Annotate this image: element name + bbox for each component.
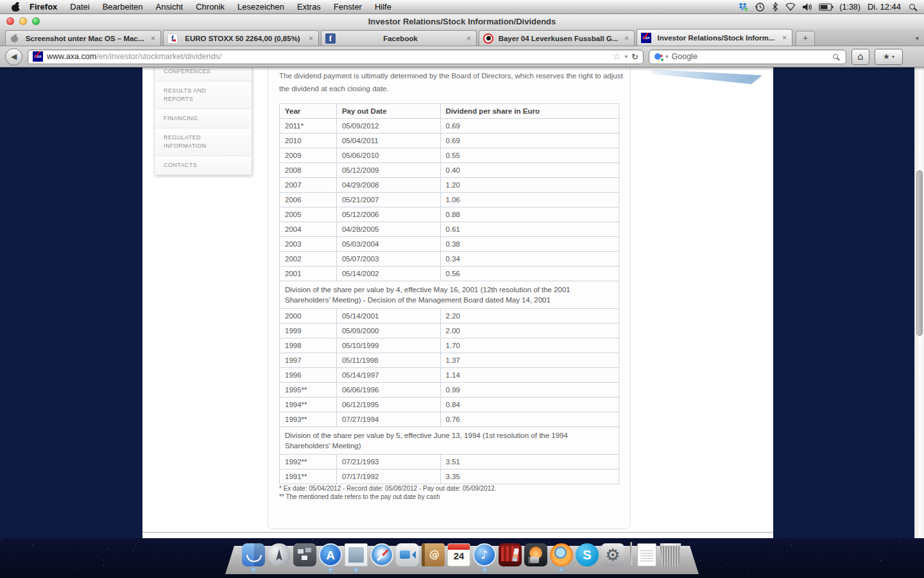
spotlight-icon[interactable]	[909, 4, 915, 10]
window-titlebar[interactable]: Investor Relations/Stock Information/Div…	[0, 14, 924, 29]
dock-item[interactable]	[601, 543, 624, 566]
dock-app-store-icon[interactable]	[319, 543, 342, 566]
tab-close-icon[interactable]: ×	[150, 34, 157, 43]
sidebar-item[interactable]: CONTACTS	[155, 155, 252, 175]
dock-photo-booth-icon[interactable]	[499, 543, 522, 566]
bookmark-star-icon[interactable]: ☆	[613, 52, 621, 61]
dock-finder-icon[interactable]	[242, 543, 265, 566]
table-row: 200905/06/20100.55	[280, 148, 619, 163]
dock-item[interactable]	[499, 543, 522, 566]
home-button[interactable]: ⌂	[851, 49, 869, 65]
dock-item[interactable]	[524, 543, 547, 566]
browser-tab[interactable]: Facebook ×	[321, 30, 477, 46]
sidebar-item[interactable]: REGULATED INFORMATION	[155, 128, 252, 155]
zoom-window-button[interactable]	[32, 17, 40, 25]
dock-item[interactable]	[422, 543, 445, 566]
bluetooth-icon[interactable]	[771, 2, 779, 12]
table-cell: 2008	[280, 163, 337, 178]
search-placeholder[interactable]: Google	[672, 52, 830, 61]
browser-window: Investor Relations/Stock Information/Div…	[0, 14, 924, 538]
browser-tab[interactable]: Bayer 04 Leverkusen Fussball G... ×	[479, 30, 635, 46]
reload-icon[interactable]: ↻	[631, 53, 638, 61]
dock-trash-icon[interactable]	[659, 543, 682, 566]
dock-launchpad-icon[interactable]	[268, 543, 291, 566]
dock-item[interactable]	[345, 543, 368, 566]
table-footnote: * Ex date: 05/04/2012 - Record date: 05/…	[279, 484, 619, 493]
sidebar-item[interactable]: FINANCING	[155, 109, 252, 128]
browser-tab[interactable]: Investor Relations/Stock Inform... ×	[637, 29, 792, 46]
google-logo-icon[interactable]	[654, 53, 661, 60]
dock-item[interactable]	[293, 543, 316, 566]
dock-mail-icon[interactable]	[345, 543, 368, 566]
dock-item[interactable]	[268, 543, 291, 566]
search-bar[interactable]: ▾ Google	[649, 49, 846, 64]
dropbox-icon[interactable]	[738, 2, 749, 12]
tab-close-icon[interactable]: ×	[781, 33, 788, 42]
menu-item[interactable]: Datei	[64, 2, 96, 12]
search-engine-dropdown-icon[interactable]: ▾	[665, 54, 669, 60]
url-text[interactable]: www.axa.com/en/investor/stockmarket/divi…	[47, 52, 609, 61]
page-scrollbar[interactable]	[914, 67, 924, 538]
dock-textedit-icon[interactable]	[637, 543, 656, 566]
dock-mission-control-icon[interactable]	[293, 543, 316, 566]
dock-item[interactable]	[637, 543, 656, 566]
dock-item[interactable]	[473, 543, 496, 566]
menu-item[interactable]: Chronik	[189, 2, 231, 12]
menu-item[interactable]: Ansicht	[150, 2, 190, 12]
url-dropdown-icon[interactable]: ▾	[625, 54, 628, 60]
dock-safari-icon[interactable]	[370, 543, 393, 566]
battery-icon[interactable]	[819, 3, 834, 11]
dock-firefox-icon[interactable]	[550, 543, 573, 566]
table-cell: 1991**	[280, 469, 337, 484]
bookmarks-button[interactable]: ★▾	[875, 49, 903, 65]
dock-item[interactable]	[627, 541, 635, 566]
table-cell: 1.20	[440, 178, 619, 193]
menu-item[interactable]: Fenster	[327, 2, 368, 12]
browser-tab[interactable]: Screenshot unter Mac OS – Mac... ×	[5, 30, 161, 46]
dock-item[interactable]	[576, 543, 599, 566]
menu-app-name[interactable]: Firefox	[21, 2, 64, 12]
dock-skype-icon[interactable]	[576, 543, 599, 566]
table-row: 199605/14/19971.14	[280, 368, 619, 383]
back-button[interactable]: ◀	[5, 48, 22, 66]
tab-close-icon[interactable]: ×	[623, 34, 630, 43]
dock-item[interactable]	[659, 543, 682, 566]
wifi-icon[interactable]	[785, 2, 796, 12]
menu-item[interactable]: Lesezeichen	[231, 2, 291, 12]
tab-close-icon[interactable]: ×	[307, 34, 314, 43]
dock-item[interactable]	[447, 543, 470, 566]
browser-tab[interactable]: EURO STOXX 50 2264,00 (0,85%) ×	[163, 30, 319, 46]
dock-item[interactable]	[370, 543, 393, 566]
menu-item[interactable]: Bearbeiten	[96, 2, 150, 12]
all-tabs-dropdown-icon[interactable]: ▾	[916, 35, 919, 42]
dock-divider-icon[interactable]	[627, 541, 635, 566]
dock-iphoto-icon[interactable]	[524, 543, 547, 566]
menu-item[interactable]: Extras	[291, 2, 327, 12]
scrollbar-thumb[interactable]	[916, 170, 923, 336]
dock-item[interactable]	[550, 543, 573, 566]
search-magnifier-icon[interactable]	[833, 54, 838, 59]
url-bar[interactable]: www.axa.com/en/investor/stockmarket/divi…	[28, 49, 644, 64]
minimize-window-button[interactable]	[19, 17, 27, 25]
dock-ical-icon[interactable]	[447, 543, 470, 566]
close-window-button[interactable]	[6, 17, 14, 25]
dock-item[interactable]	[319, 543, 342, 566]
menu-clock[interactable]: Di. 12:44	[868, 2, 901, 12]
new-tab-button[interactable]: +	[796, 31, 815, 46]
tab-close-icon[interactable]: ×	[465, 34, 472, 43]
dock-item[interactable]	[242, 543, 265, 566]
tab-bar: Screenshot unter Mac OS – Mac... × EURO …	[0, 29, 924, 46]
menu-item[interactable]: Hilfe	[368, 2, 398, 12]
volume-icon[interactable]	[802, 3, 813, 12]
time-machine-icon[interactable]	[755, 2, 766, 12]
sidebar-item[interactable]: RESULTS AND REPORTS	[155, 81, 252, 109]
dock-address-book-icon[interactable]	[422, 543, 445, 566]
dock-itunes-icon[interactable]	[473, 543, 496, 566]
dock-facetime-icon[interactable]	[396, 543, 419, 566]
table-cell: 2004	[280, 222, 337, 237]
table-header-cell: Pay out Date	[336, 104, 440, 119]
dock-system-preferences-icon[interactable]	[601, 543, 624, 566]
apple-menu-icon[interactable]	[12, 2, 21, 12]
table-cell: 0.88	[440, 207, 619, 222]
dock-item[interactable]	[396, 543, 419, 566]
